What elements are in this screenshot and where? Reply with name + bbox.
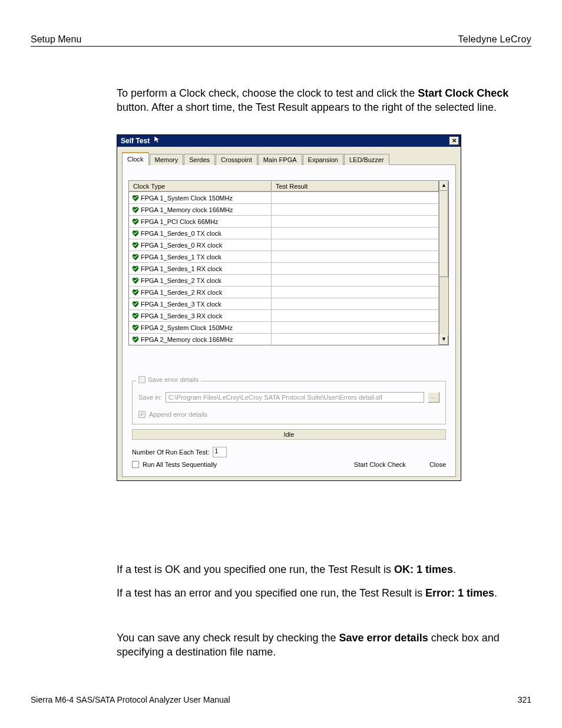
clock-table-wrap: Clock Type Test Result FPGA 1_System Clo…: [128, 180, 449, 345]
table-row[interactable]: FPGA 2_System Clock 150MHz: [129, 321, 439, 333]
cell-clock-type: FPGA 1_Serdes_2 TX clock: [129, 275, 272, 286]
groupbox-legend: Save error details: [136, 376, 201, 383]
cell-clock-type: FPGA 1_Serdes_1 RX clock: [129, 263, 272, 274]
browse-button[interactable]: ...: [428, 392, 439, 403]
text: To perform a Clock check, choose the clo…: [117, 87, 418, 99]
close-icon[interactable]: ✕: [449, 137, 459, 145]
text-bold: OK: 1 times: [394, 564, 453, 575]
dialog-title: Self Test: [121, 135, 150, 147]
tab-main-fpga[interactable]: Main FPGA: [258, 154, 302, 165]
table-row[interactable]: FPGA 1_Serdes_0 TX clock: [129, 227, 439, 239]
cell-test-result: [272, 251, 439, 262]
scroll-down-icon[interactable]: ▼: [439, 335, 448, 345]
status-icon: [131, 253, 140, 261]
col-test-result[interactable]: Test Result: [272, 181, 439, 192]
cell-clock-type: FPGA 1_PCI Clock 66MHz: [129, 216, 272, 227]
num-runs-input[interactable]: 1: [213, 447, 227, 457]
clock-name: FPGA 1_PCI Clock 66MHz: [141, 218, 218, 225]
clock-name: FPGA 1_Serdes_3 RX clock: [141, 312, 222, 319]
table-row[interactable]: FPGA 1_Serdes_1 RX clock: [129, 262, 439, 274]
number-of-runs-row: Number Of Run Each Test: 1: [132, 447, 446, 457]
section-title: Setup Menu: [31, 34, 81, 45]
table-row[interactable]: FPGA 1_Serdes_1 TX clock: [129, 251, 439, 262]
status-icon: [131, 300, 140, 308]
cell-test-result: [272, 286, 439, 298]
save-error-groupbox: Save error details Save in: C:\Program F…: [132, 381, 446, 424]
cell-test-result: [272, 192, 439, 203]
run-all-label: Run All Tests Sequentially: [143, 461, 217, 468]
scrollbar-thumb[interactable]: [439, 191, 448, 277]
status-icon: [131, 312, 140, 320]
text-bold: Error: 1 times: [425, 587, 494, 599]
cell-clock-type: FPGA 1_Serdes_1 TX clock: [129, 251, 272, 262]
cell-test-result: [272, 322, 439, 333]
page-header: Setup Menu Teledyne LeCroy: [31, 34, 531, 47]
tab-strip: ClockMemorySerdesCrosspointMain FPGAExpa…: [122, 151, 456, 165]
clock-name: FPGA 1_Serdes_3 TX clock: [141, 301, 222, 308]
intro-paragraph: To perform a Clock check, choose the clo…: [117, 86, 531, 115]
table-row[interactable]: FPGA 1_System Clock 150MHz: [129, 192, 439, 203]
tab-expansion[interactable]: Expansion: [303, 154, 343, 165]
save-error-details-label: Save error details: [148, 376, 199, 383]
cell-test-result: [272, 239, 439, 251]
tab-led-buzzer[interactable]: LED/Buzzer: [344, 154, 389, 165]
status-icon: [131, 288, 140, 297]
append-error-details-checkbox[interactable]: ✓: [138, 411, 146, 418]
table-row[interactable]: FPGA 1_Serdes_2 TX clock: [129, 274, 439, 286]
text: If a test is OK and you specified one ru…: [117, 564, 394, 575]
text: button. After a short time, the Test Res…: [117, 101, 497, 113]
table-row[interactable]: FPGA 1_PCI Clock 66MHz: [129, 215, 439, 227]
status-icon: [131, 218, 140, 226]
clock-table: Clock Type Test Result FPGA 1_System Clo…: [128, 180, 439, 345]
cell-clock-type: FPGA 1_Serdes_2 RX clock: [129, 286, 272, 298]
bottom-controls: Run All Tests Sequentially Start Clock C…: [132, 461, 446, 468]
run-all-sequentially-checkbox[interactable]: [132, 461, 139, 468]
cell-test-result: [272, 334, 439, 345]
cell-test-result: [272, 275, 439, 286]
cursor-icon: [153, 136, 161, 147]
table-row[interactable]: FPGA 1_Serdes_0 RX clock: [129, 239, 439, 251]
cell-clock-type: FPGA 1_Memory clock 166MHz: [129, 204, 272, 215]
start-clock-check-button[interactable]: Start Clock Check: [354, 461, 406, 468]
close-button[interactable]: Close: [429, 461, 446, 468]
clock-name: FPGA 1_Serdes_2 TX clock: [141, 277, 222, 284]
save-in-label: Save in:: [138, 394, 162, 401]
status-icon: [131, 194, 140, 202]
table-row[interactable]: FPGA 1_Serdes_3 TX clock: [129, 298, 439, 309]
table-row[interactable]: FPGA 1_Memory clock 166MHz: [129, 203, 439, 215]
result-error-paragraph: If a test has an error and you specified…: [117, 586, 531, 600]
manual-title: Sierra M6-4 SAS/SATA Protocol Analyzer U…: [31, 695, 230, 704]
text-bold: Start Clock Check: [418, 87, 508, 99]
clock-name: FPGA 1_Serdes_2 RX clock: [141, 289, 222, 296]
clock-name: FPGA 1_Serdes_0 RX clock: [141, 242, 222, 249]
vertical-scrollbar[interactable]: ▲ ▼: [439, 180, 449, 345]
status-icon: [131, 241, 140, 249]
cell-clock-type: FPGA 1_Serdes_3 RX clock: [129, 310, 272, 321]
scrollbar-track[interactable]: [439, 191, 448, 335]
col-clock-type[interactable]: Clock Type: [129, 181, 272, 192]
table-row[interactable]: FPGA 1_Serdes_3 RX clock: [129, 309, 439, 321]
cell-test-result: [272, 298, 439, 309]
scroll-up-icon[interactable]: ▲: [439, 181, 448, 191]
save-error-details-checkbox[interactable]: [138, 376, 146, 383]
cell-clock-type: FPGA 1_System Clock 150MHz: [129, 192, 272, 203]
dialog-titlebar[interactable]: Self Test ✕: [117, 135, 461, 147]
table-header: Clock Type Test Result: [129, 181, 439, 192]
text: If a test has an error and you specified…: [117, 587, 425, 599]
tab-clock[interactable]: Clock: [122, 152, 149, 166]
clock-name: FPGA 1_Memory clock 166MHz: [141, 206, 233, 213]
table-row[interactable]: FPGA 2_Memory clock 166MHz: [129, 333, 439, 345]
status-icon: [131, 229, 140, 238]
text: .: [453, 564, 456, 575]
text-bold: Save error details: [339, 632, 428, 644]
status-icon: [131, 265, 140, 273]
cell-clock-type: FPGA 2_System Clock 150MHz: [129, 322, 272, 333]
tab-crosspoint[interactable]: Crosspoint: [216, 154, 257, 165]
clock-name: FPGA 1_Serdes_0 TX clock: [141, 230, 222, 237]
table-row[interactable]: FPGA 1_Serdes_2 RX clock: [129, 286, 439, 298]
tab-memory[interactable]: Memory: [150, 154, 184, 165]
save-path-input[interactable]: C:\Program Files\LeCroy\LeCroy SATA Prot…: [166, 392, 424, 403]
tab-serdes[interactable]: Serdes: [184, 154, 215, 165]
clock-name: FPGA 2_Memory clock 166MHz: [141, 336, 233, 343]
text: .: [494, 587, 497, 599]
